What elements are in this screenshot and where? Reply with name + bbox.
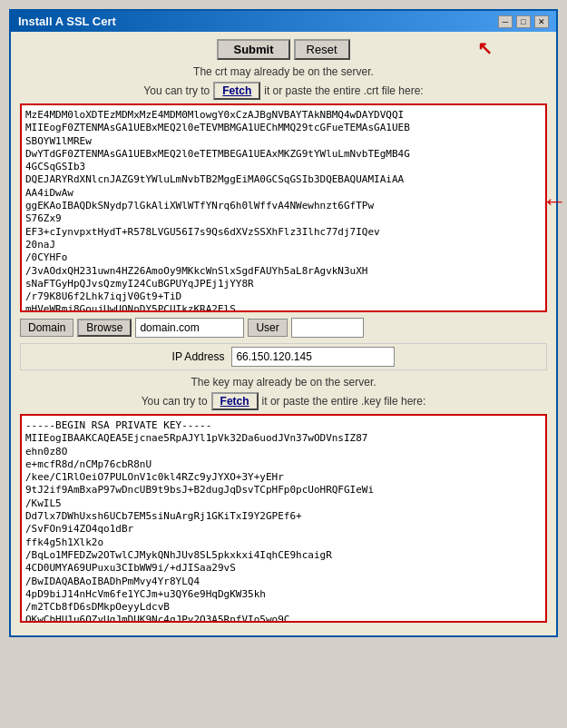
ip-address-row: IP Address [20,343,547,370]
cert-textarea-container [20,103,547,312]
key-fetch-line: You can try to Fetch it or paste the ent… [20,392,547,410]
submit-button[interactable]: Submit [217,39,289,60]
cert-fetch-button[interactable]: Fetch [213,82,260,100]
title-bar: Install A SSL Cert ─ □ ✕ [11,11,556,32]
cert-textarea[interactable] [22,105,531,310]
key-fetch-post: it or paste the entire .key file here: [262,395,426,408]
cert-fetch-line: You can try to Fetch it or paste the ent… [20,82,547,100]
minimize-button[interactable]: ─ [498,15,513,28]
window-title: Install A SSL Cert [18,15,116,28]
main-window: Install A SSL Cert ─ □ ✕ Submit Reset ↖ … [9,9,558,637]
key-textarea-container [20,414,547,623]
title-bar-buttons: ─ □ ✕ [498,15,549,28]
close-button[interactable]: ✕ [534,15,549,28]
cert-area-wrapper: ← [20,103,547,312]
maximize-button[interactable]: □ [516,15,531,28]
right-arrow-icon: ← [542,187,567,216]
top-buttons-row: Submit Reset ↖ [20,39,547,60]
cert-fetch-pre: You can try to [143,84,210,97]
reset-button[interactable]: Reset [294,39,350,60]
key-fetch-pre: You can try to [142,395,208,408]
key-textarea[interactable] [22,416,531,621]
domain-row: Domain Browse User [20,318,547,338]
user-input[interactable] [291,318,364,338]
browse-button[interactable]: Browse [77,319,132,337]
key-notice: The key may already be on the server. [20,376,547,389]
cert-fetch-post: it or paste the entire .crt file here: [264,84,423,97]
key-section: The key may already be on the server. Yo… [20,376,547,623]
arrow-indicator-icon: ↖ [477,37,493,59]
content-area: Submit Reset ↖ The crt may already be on… [11,32,556,635]
domain-tab: Domain [20,319,73,337]
key-fetch-button[interactable]: Fetch [211,392,259,410]
cert-notice: The crt may already be on the server. [20,65,547,78]
user-tab: User [248,319,287,337]
ip-input[interactable] [231,347,395,367]
ip-label: IP Address [172,350,225,363]
domain-input[interactable] [135,318,244,338]
